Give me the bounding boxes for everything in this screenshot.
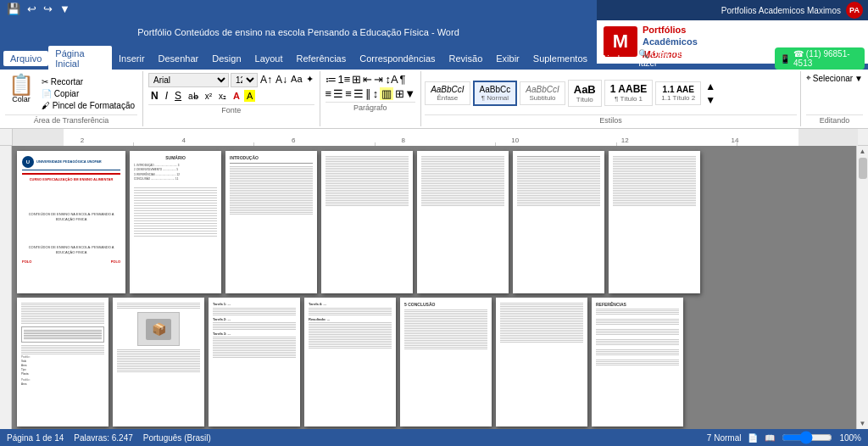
scroll-area[interactable]: U UNIVERSIDADE PEDAGÓGICA UNOPAR CURSO E…: [12, 146, 856, 429]
whatsapp-icon: 📱: [780, 54, 790, 64]
menu-design[interactable]: Design: [205, 51, 248, 66]
select-icon: ⌖: [806, 73, 811, 83]
menu-referencias[interactable]: Referências: [290, 51, 353, 66]
editing-group-label: Editando: [806, 114, 863, 125]
case-button[interactable]: Aa: [290, 73, 303, 87]
page-3-intro: INTRODUÇÃO: [225, 151, 317, 293]
underline-button[interactable]: S: [172, 89, 184, 103]
line-spacing-button[interactable]: ↕: [373, 87, 379, 100]
scroll-down-arrow[interactable]: ▼: [860, 420, 866, 427]
bold-button[interactable]: N: [148, 89, 161, 103]
customize-icon[interactable]: ▼: [58, 3, 72, 15]
logo-line1: Portfólios: [643, 24, 698, 36]
menu-ajuda[interactable]: Ajuda: [594, 51, 632, 66]
menu-correspondencias[interactable]: Correspondências: [353, 51, 442, 66]
increase-font-button[interactable]: A↑: [259, 73, 273, 87]
styles-scroll-up[interactable]: ▲: [705, 81, 715, 92]
scroll-up-arrow[interactable]: ▲: [860, 148, 866, 155]
view-layout-icon[interactable]: 📄: [748, 433, 758, 443]
vertical-ruler: [0, 146, 12, 429]
increase-indent-button[interactable]: ⇥: [374, 73, 383, 86]
page-2-toc: SUMÁRIO 1. INTRODUÇÃO ..................…: [130, 151, 221, 293]
style-normal[interactable]: AaBbCc ¶ Normal: [473, 81, 518, 106]
pages-top-row: U UNIVERSIDADE PEDAGÓGICA UNOPAR CURSO E…: [17, 151, 851, 293]
font-size-select[interactable]: 12: [231, 73, 258, 87]
view-read-icon[interactable]: 📖: [765, 433, 775, 443]
menu-desenhar[interactable]: Desenhar: [152, 51, 206, 66]
menu-pagina-inicial[interactable]: Página Inicial: [48, 46, 112, 71]
style-title[interactable]: AaB Título: [568, 80, 602, 107]
clipboard-group: 📋 Colar ✂ Recortar 📄 Copiar 🖌 Pincel de …: [0, 71, 143, 126]
redo-icon[interactable]: ↪: [42, 3, 54, 15]
cut-button[interactable]: ✂ Recortar: [39, 76, 137, 87]
menu-exibir[interactable]: Exibir: [489, 51, 526, 66]
font-group: Arial 12 A↑ A↓ Aa ✦ N I S ab̶ x² x₂ A A …: [143, 71, 320, 126]
clear-format-button[interactable]: ✦: [305, 73, 314, 87]
document-title: Portfólio Conteúdos de ensino na escola …: [137, 27, 459, 37]
page-13: [496, 298, 587, 426]
superscript-button[interactable]: x²: [203, 91, 214, 102]
editing-group: ⌖ Selecionar ▼ Editando: [801, 71, 868, 126]
user-avatar: PA: [846, 2, 863, 19]
justify-button[interactable]: ☰: [353, 87, 364, 100]
column-break-button[interactable]: ∥: [365, 87, 371, 100]
align-left-button[interactable]: ≡: [326, 87, 332, 100]
select-button[interactable]: ⌖ Selecionar ▼: [806, 73, 863, 83]
paste-button[interactable]: 📋 Colar: [5, 73, 37, 114]
menu-layout[interactable]: Layout: [248, 51, 290, 66]
style-emphasis[interactable]: AaBbCcI Ênfase: [425, 81, 470, 105]
align-center-button[interactable]: ☰: [333, 87, 343, 100]
page-9: 📦: [113, 298, 204, 426]
menu-arquivo[interactable]: Arquivo: [3, 51, 48, 66]
styles-group: AaBbCcI Ênfase AaBbCc ¶ Normal AaBbCcI S…: [421, 71, 801, 126]
view-normal[interactable]: 7 Normal: [707, 433, 742, 443]
page-8: Padrão: Sala Area Tipo Planta: Padrão: Á…: [17, 298, 108, 426]
sort-button[interactable]: ↕A: [385, 73, 398, 86]
right-margin-indicator: [798, 129, 858, 146]
decrease-font-button[interactable]: A↓: [275, 73, 288, 87]
page-14-references: REFERÊNCIAS: [592, 298, 683, 426]
font-color-button[interactable]: A: [231, 90, 242, 102]
style-title1[interactable]: 1 AABE ¶ Título 1: [604, 80, 654, 106]
align-right-button[interactable]: ≡: [345, 87, 352, 100]
quick-access-toolbar: 💾 ↩ ↪ ▼: [0, 0, 597, 17]
subscript-button[interactable]: x₂: [216, 91, 229, 102]
menu-suplementos[interactable]: Suplementos: [526, 51, 594, 66]
whatsapp-number: ☎ (11) 96851-4513: [793, 49, 860, 68]
multilevel-button[interactable]: ⊞: [352, 73, 361, 86]
save-icon[interactable]: 💾: [5, 3, 22, 15]
shading-button[interactable]: ▥: [380, 87, 393, 100]
decrease-indent-button[interactable]: ⇤: [363, 73, 372, 86]
format-painter-button[interactable]: 🖌 Pincel de Formatação: [39, 100, 137, 111]
italic-button[interactable]: I: [163, 89, 170, 103]
menu-inserir[interactable]: Inserir: [112, 51, 152, 66]
highlight-button[interactable]: A: [244, 90, 255, 102]
style-subtitle[interactable]: AaBbCcI Subtitulo: [520, 81, 565, 105]
border-button[interactable]: ⊞▼: [395, 87, 415, 100]
language: Português (Brasil): [143, 433, 211, 443]
bullets-button[interactable]: ≔: [326, 73, 337, 86]
word-count: Palavras: 6.247: [74, 433, 133, 443]
select-dropdown-icon: ▼: [854, 74, 863, 83]
paste-icon: 📋: [8, 75, 34, 95]
font-name-select[interactable]: Arial: [148, 73, 229, 87]
page-7: [609, 151, 700, 293]
whatsapp-badge: 📱 ☎ (11) 96851-4513: [775, 47, 865, 70]
undo-icon[interactable]: ↩: [25, 3, 38, 15]
strikethrough-button[interactable]: ab̶: [186, 91, 201, 102]
copy-button[interactable]: 📄 Copiar: [39, 88, 137, 99]
numbering-button[interactable]: 1≡: [338, 73, 351, 86]
clipboard-group-label: Área de Transferência: [5, 114, 137, 125]
zoom-slider[interactable]: [782, 431, 832, 444]
style-title2[interactable]: 1.1 AAE 1.1 Título 2: [655, 81, 701, 105]
show-marks-button[interactable]: ¶: [400, 73, 406, 86]
page-count: Página 1 de 14: [7, 433, 64, 443]
paste-label: Colar: [12, 95, 31, 103]
menu-revisao[interactable]: Revisão: [442, 51, 490, 66]
page-1-cover: U UNIVERSIDADE PEDAGÓGICA UNOPAR CURSO E…: [17, 151, 125, 293]
menu-search[interactable]: 🔍 🔍 Diga-me o que você deseja fazerDiga-…: [632, 47, 768, 70]
scroll-thumb[interactable]: [859, 158, 867, 179]
paragraph-group-label: Parágrafo: [326, 102, 416, 112]
vertical-scrollbar[interactable]: ▲ ▼: [856, 146, 868, 429]
styles-scroll-down[interactable]: ▼: [705, 94, 715, 106]
